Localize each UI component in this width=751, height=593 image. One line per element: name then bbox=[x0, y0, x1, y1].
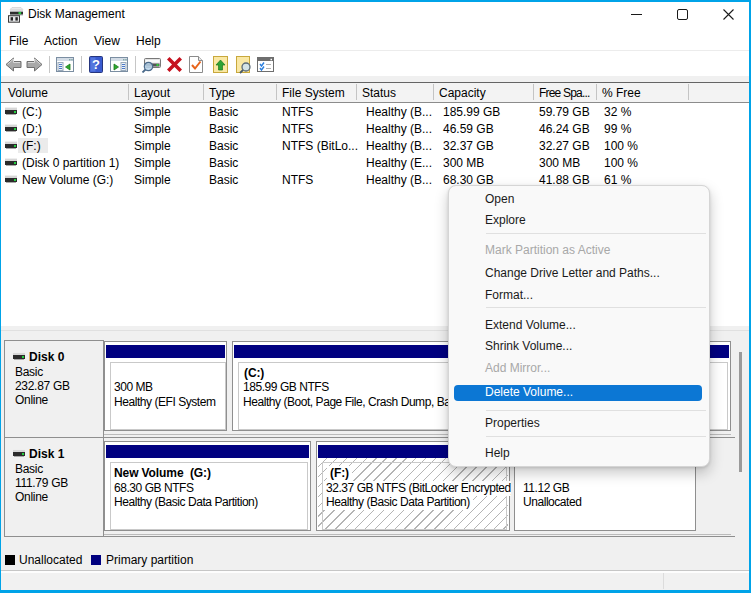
svg-text:?: ? bbox=[92, 57, 100, 72]
